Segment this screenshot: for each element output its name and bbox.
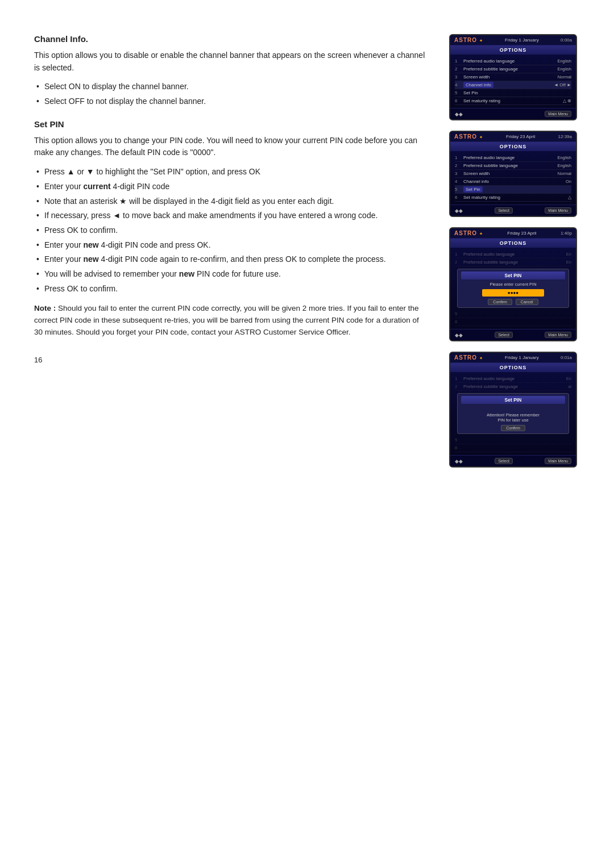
tv-screen-2-title: OPTIONS	[450, 142, 576, 151]
right-column: ASTRO ✦ Friday 1 January 0:00a OPTIONS 1…	[449, 34, 580, 468]
tv-row-2-1: 1 Preferred audio language English	[455, 154, 571, 162]
tv-row-1-1: 1 Preferred audio language English	[455, 57, 571, 65]
tv-screen-1-date: Friday 1 January	[505, 37, 539, 43]
tv-row-1-6: 6 Set maturity rating △ ⊕	[455, 97, 571, 105]
tv-screen-4-header: ASTRO ✦ Friday 1 January 0:01a	[450, 353, 576, 363]
tv-screen-3: ASTRO ✦ Friday 23 April 1:40p OPTIONS 1 …	[449, 227, 577, 341]
tv-screen-4-date: Friday 1 January	[505, 355, 539, 360]
cancel-btn-3[interactable]: Cancel	[516, 299, 538, 305]
dialog-3-prompt: Please enter current PIN	[461, 282, 565, 287]
tv-screen-3-title: OPTIONS	[450, 239, 576, 248]
set-pin-bullet-2: Enter your current 4-digit PIN code	[34, 181, 426, 193]
tv-row-4-bg3: 5	[455, 436, 571, 444]
nav-icon-2: ◆◆	[455, 208, 463, 214]
tv-row-3-bg1: 1 Preferred audio language En	[455, 251, 571, 258]
tv-screen-3-date: Friday 23 April	[507, 231, 536, 236]
tv-screen-1-header: ASTRO ✦ Friday 1 January 0:00a	[450, 35, 576, 45]
main-menu-btn-3[interactable]: Main Menu	[545, 332, 571, 338]
tv-row-2-5: 5 Set Pin	[455, 186, 571, 194]
channel-info-bullet-1: Select ON to display the channel banner.	[34, 81, 426, 93]
tv-row-2-4: 4 Channel info On	[455, 178, 571, 186]
tv-screen-1-time: 0:00a	[561, 37, 572, 43]
channel-info-intro: This option allows you to disable or ena…	[34, 49, 426, 74]
main-menu-btn-2[interactable]: Main Menu	[545, 207, 571, 214]
tv-row-2-2: 2 Preferred subtitle language English	[455, 162, 571, 170]
page-content: Channel Info. This option allows you to …	[34, 34, 580, 468]
astro-logo-2: ASTRO ✦	[454, 133, 483, 140]
nav-icon-3: ◆◆	[455, 332, 463, 338]
tv-screen-4-dialog: Set PIN Attention! Please rememberPIN fo…	[457, 393, 569, 434]
tv-row-1-5: 5 Set Pin	[455, 89, 571, 97]
tv-row-4-bg2: 2 Preferred subtitle language al	[455, 383, 571, 391]
tv-row-1-2: 2 Preferred subtitle language English	[455, 65, 571, 73]
tv-screen-1-body: 1 Preferred audio language English 2 Pre…	[450, 55, 576, 108]
set-pin-note: Note : Should you fail to enter the curr…	[34, 303, 426, 339]
tv-screen-1-title: OPTIONS	[450, 45, 576, 55]
tv-screen-4: ASTRO ✦ Friday 1 January 0:01a OPTIONS 1…	[449, 352, 577, 468]
set-pin-bullet-4: If necessary, press ◄ to move back and m…	[34, 210, 426, 222]
confirm-btn-3[interactable]: Confirm	[488, 299, 512, 305]
tv-screen-3-footer: ◆◆ Select Main Menu	[450, 329, 576, 340]
set-pin-bullets: Press ▲ or ▼ to highlight the "Set PIN" …	[34, 166, 426, 295]
tv-screen-2-time: 12:39a	[558, 134, 572, 139]
tv-row-3-bg2: 2 Preferred subtitle language En	[455, 258, 571, 266]
channel-info-bullet-2: Select OFF to not display the channel ba…	[34, 95, 426, 108]
tv-screen-2: ASTRO ✦ Friday 23 April 12:39a OPTIONS 1…	[449, 131, 577, 217]
tv-screen-2-date: Friday 23 April	[506, 134, 535, 139]
set-pin-bullet-3: Note that an asterisk ★ will be displaye…	[34, 195, 426, 208]
set-pin-bullet-6: Enter your new 4-digit PIN code and pres…	[34, 239, 426, 252]
set-pin-bullet-5: Press OK to confirm.	[34, 224, 426, 237]
left-column: Channel Info. This option allows you to …	[34, 34, 432, 468]
dialog-4-message: Attention! Please rememberPIN for later …	[461, 412, 565, 423]
tv-row-3-bg4: 6	[455, 318, 571, 326]
tv-screen-2-footer: ◆◆ Select Main Menu	[450, 205, 576, 216]
select-btn-2[interactable]: Select	[495, 207, 512, 214]
channel-info-title: Channel Info.	[34, 34, 426, 44]
channel-info-section: Channel Info. This option allows you to …	[34, 34, 426, 108]
tv-screen-4-title: OPTIONS	[450, 363, 576, 372]
tv-screen-3-dialog: Set PIN Please enter current PIN ●●●● Co…	[457, 269, 569, 308]
tv-screen-2-header: ASTRO ✦ Friday 23 April 12:39a	[450, 132, 576, 142]
tv-screen-4-footer: ◆◆ Select Main Menu	[450, 455, 576, 466]
set-pin-bullet-9: Press OK to confirm.	[34, 283, 426, 295]
tv-row-2-6: 6 Set maturity rating △	[455, 194, 571, 202]
set-pin-bullet-7: Enter your new 4-digit PIN code again to…	[34, 253, 426, 266]
select-btn-4[interactable]: Select	[495, 458, 512, 464]
nav-icon-1: ◆◆	[455, 111, 463, 117]
tv-screen-1-footer: ◆◆ Main Menu	[450, 108, 576, 119]
dialog-3-title: Set PIN	[461, 272, 565, 279]
astro-logo-1: ASTRO ✦	[454, 37, 483, 43]
set-pin-title: Set PIN	[34, 119, 426, 129]
dialog-3-buttons: Confirm Cancel	[461, 299, 565, 305]
dialog-3-input[interactable]: ●●●●	[482, 289, 545, 297]
astro-logo-4: ASTRO ✦	[454, 354, 483, 361]
nav-icon-4: ◆◆	[455, 458, 463, 464]
tv-row-1-4: 4 Channel info ◄ Off ►	[455, 81, 571, 89]
confirm-btn-4[interactable]: Confirm	[501, 425, 525, 431]
tv-row-4-bg1: 1 Preferred audio language En	[455, 375, 571, 383]
note-prefix: Note :	[34, 304, 56, 312]
tv-row-1-3: 3 Screen width Normal	[455, 73, 571, 81]
channel-info-bullets: Select ON to display the channel banner.…	[34, 81, 426, 107]
note-body: Should you fail to enter the current PIN…	[34, 304, 419, 336]
tv-screen-4-time: 0:01a	[561, 355, 572, 360]
tv-row-4-bg4: 6	[455, 444, 571, 452]
astro-logo-3: ASTRO ✦	[454, 230, 483, 236]
dialog-4-title: Set PIN	[461, 396, 565, 404]
set-pin-section: Set PIN This option allows you to change…	[34, 119, 426, 339]
tv-row-3-bg3: 5	[455, 310, 571, 318]
set-pin-bullet-8: You will be advised to remember your new…	[34, 268, 426, 281]
tv-screen-3-body: 1 Preferred audio language En 2 Preferre…	[450, 248, 576, 329]
main-menu-btn-4[interactable]: Main Menu	[545, 458, 571, 464]
select-btn-3[interactable]: Select	[495, 332, 512, 338]
tv-screen-2-body: 1 Preferred audio language English 2 Pre…	[450, 151, 576, 205]
dialog-4-buttons: Confirm	[461, 425, 565, 431]
page-number: 16	[34, 356, 426, 364]
main-menu-btn-1[interactable]: Main Menu	[545, 111, 571, 117]
tv-screen-1: ASTRO ✦ Friday 1 January 0:00a OPTIONS 1…	[449, 34, 577, 120]
tv-row-2-3: 3 Screen width Normal	[455, 170, 571, 178]
tv-screen-4-body: 1 Preferred audio language En 2 Preferre…	[450, 372, 576, 455]
set-pin-bullet-1: Press ▲ or ▼ to highlight the "Set PIN" …	[34, 166, 426, 178]
tv-screen-3-time: 1:40p	[561, 231, 572, 236]
set-pin-intro: This option allows you to change your PI…	[34, 135, 426, 159]
